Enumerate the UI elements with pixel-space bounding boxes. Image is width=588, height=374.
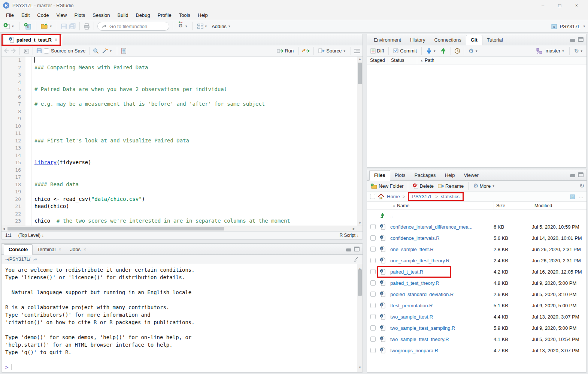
- minimize-panel-icon[interactable]: [346, 248, 351, 251]
- column-name[interactable]: ▲Name: [390, 202, 494, 209]
- file-row[interactable]: Rconfidence_intervals.R5.6 KBJul 14, 202…: [367, 232, 587, 244]
- console-output[interactable]: You are welcome to redistribute it under…: [1, 264, 363, 372]
- maximize-panel-icon[interactable]: [354, 247, 360, 251]
- run-button[interactable]: Run: [276, 47, 295, 54]
- file-name-link[interactable]: two_sample_ttest.R: [390, 314, 494, 320]
- source-on-save-checkbox[interactable]: [44, 48, 49, 54]
- file-row[interactable]: Rtwogroups_nonpara.R4.7 KBJul 13, 2020, …: [367, 345, 587, 356]
- save-icon[interactable]: [61, 23, 67, 30]
- tab-connections[interactable]: Connections: [430, 35, 466, 45]
- push-button[interactable]: [439, 47, 447, 55]
- file-name-link[interactable]: one_sample_ttest_theory.R: [390, 258, 494, 263]
- menu-item-plots[interactable]: Plots: [70, 11, 89, 19]
- forward-icon[interactable]: [11, 48, 16, 53]
- open-file-button[interactable]: ▾: [40, 22, 54, 30]
- file-name-link[interactable]: one_sample_ttest.R: [390, 247, 494, 252]
- git-settings-button[interactable]: ⚙ ▾: [467, 47, 479, 55]
- menu-item-build[interactable]: Build: [114, 11, 132, 19]
- file-checkbox[interactable]: [370, 303, 376, 308]
- file-row[interactable]: Rpooled_standard_deviation.R2.6 KBJul 5,…: [367, 289, 587, 300]
- diff-button[interactable]: Diff: [369, 47, 385, 54]
- column-staged[interactable]: Staged: [367, 57, 388, 64]
- file-checkbox[interactable]: [370, 292, 376, 297]
- file-name-link[interactable]: two_sample_ttest_sampling.R: [390, 325, 494, 331]
- save-icon[interactable]: [36, 48, 42, 54]
- parent-directory-row[interactable]: ..: [367, 210, 587, 221]
- file-name-link[interactable]: pooled_standard_deviation.R: [390, 292, 494, 297]
- addins-button[interactable]: Addins ▾: [210, 23, 232, 30]
- file-row[interactable]: Rttest_permutation.R5.1 KBJul 9, 2020, 5…: [367, 300, 587, 311]
- new-file-button[interactable]: ▾: [2, 22, 16, 30]
- code-editor[interactable]: 12### Comparing Means with Paired Data34…: [1, 57, 363, 226]
- minimize-panel-icon[interactable]: [570, 39, 575, 42]
- file-checkbox[interactable]: [370, 337, 376, 342]
- popout-icon[interactable]: [23, 48, 29, 54]
- close-button[interactable]: ×: [568, 3, 585, 8]
- back-icon[interactable]: [4, 48, 9, 53]
- file-name-link[interactable]: ttest_permutation.R: [390, 303, 494, 308]
- file-checkbox[interactable]: [370, 314, 376, 319]
- file-row[interactable]: Rpaired_t_test.R4.2 KBJul 16, 2020, 12:0…: [367, 266, 587, 277]
- breadcrumb-statistics[interactable]: statistics: [441, 194, 460, 199]
- breadcrumb-psy317l[interactable]: PSY317L: [412, 194, 433, 199]
- menu-item-view[interactable]: View: [52, 11, 70, 19]
- tab-environment[interactable]: Environment: [369, 35, 406, 45]
- file-checkbox[interactable]: [370, 280, 376, 286]
- file-checkbox[interactable]: [370, 235, 376, 241]
- menu-item-file[interactable]: File: [2, 11, 18, 19]
- select-all-checkbox[interactable]: [370, 194, 375, 199]
- tab-close-icon[interactable]: ×: [84, 247, 86, 252]
- editor-vertical-scrollbar[interactable]: ▲ ▼: [357, 57, 363, 226]
- tab-history[interactable]: History: [406, 35, 430, 45]
- file-name-link[interactable]: two_sample_ttest_theory.R: [390, 337, 494, 342]
- menu-item-edit[interactable]: Edit: [18, 11, 33, 19]
- maximize-panel-icon[interactable]: [578, 172, 584, 177]
- commit-button[interactable]: Commit: [392, 47, 418, 54]
- column-path[interactable]: ▲Path: [417, 57, 587, 64]
- tab-close-icon[interactable]: ×: [58, 247, 61, 252]
- goto-file-input[interactable]: [109, 24, 162, 29]
- file-row[interactable]: Rpaired_t_test_theory.R4.8 KBJul 9, 2020…: [367, 277, 587, 289]
- tab-jobs[interactable]: Jobs×: [66, 245, 90, 254]
- file-row[interactable]: Rtwo_sample_ttest_theory.R4.1 KBJul 5, 2…: [367, 334, 587, 345]
- project-selector[interactable]: R PSY317L ▾: [551, 23, 586, 30]
- history-clock-icon[interactable]: [454, 48, 460, 54]
- tab-plots[interactable]: Plots: [390, 171, 410, 180]
- file-type-selector[interactable]: R Script ↕: [339, 233, 359, 238]
- file-name-link[interactable]: confidence_intervals.R: [390, 235, 494, 241]
- print-icon[interactable]: [83, 23, 90, 30]
- tab-files[interactable]: Files: [369, 170, 390, 181]
- save-all-icon[interactable]: [69, 23, 76, 30]
- document-outline-icon[interactable]: [354, 49, 360, 53]
- column-size[interactable]: Size: [494, 202, 532, 209]
- tab-viewer[interactable]: Viewer: [459, 171, 483, 180]
- tab-packages[interactable]: Packages: [410, 171, 440, 180]
- file-row[interactable]: Rconfidence_interval_difference_mea...6 …: [367, 221, 587, 232]
- maximize-button[interactable]: □: [551, 3, 568, 8]
- tab-help[interactable]: Help: [440, 171, 460, 180]
- file-checkbox[interactable]: [370, 325, 376, 331]
- home-icon[interactable]: [378, 194, 384, 199]
- tab-close-icon[interactable]: ×: [55, 37, 57, 42]
- tab-tutorial[interactable]: Tutorial: [482, 35, 507, 45]
- clear-console-icon[interactable]: [353, 257, 359, 262]
- menu-item-debug[interactable]: Debug: [132, 11, 154, 19]
- find-icon[interactable]: [93, 48, 99, 54]
- rename-button[interactable]: Rename: [437, 183, 465, 190]
- file-row[interactable]: Rone_sample_ttest_theory.R2.4 KBJun 26, …: [367, 255, 587, 266]
- file-checkbox[interactable]: [370, 258, 376, 263]
- file-name-link[interactable]: paired_t_test.R: [390, 269, 494, 275]
- menu-item-profile[interactable]: Profile: [154, 11, 175, 19]
- code-tools-button[interactable]: ▾: [101, 47, 114, 55]
- new-project-button[interactable]: R: [23, 22, 33, 31]
- minimize-panel-icon[interactable]: [570, 174, 575, 177]
- more-button[interactable]: ⚙ More ▾: [472, 182, 496, 190]
- file-checkbox[interactable]: [370, 269, 376, 274]
- menu-item-tools[interactable]: Tools: [175, 11, 194, 19]
- git-refresh-button[interactable]: ↻ ▾: [573, 47, 584, 55]
- file-name-link[interactable]: confidence_interval_difference_mea...: [390, 224, 494, 230]
- goto-file-search[interactable]: [97, 22, 169, 31]
- console-vertical-scrollbar[interactable]: ▲ ▼: [357, 264, 363, 372]
- compile-report-icon[interactable]: [121, 48, 126, 54]
- more-columns-button[interactable]: …: [579, 194, 584, 199]
